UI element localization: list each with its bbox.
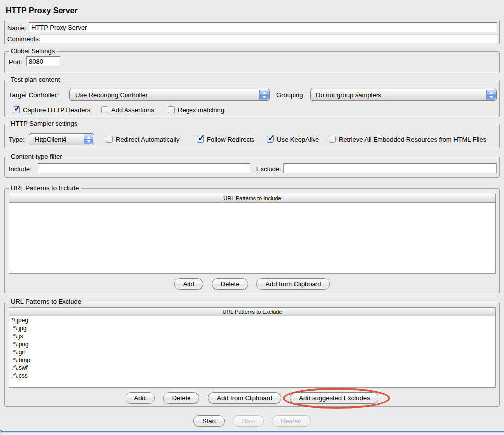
http-sampler-settings-group: HTTP Sampler settings Type: HttpClient4 … bbox=[4, 124, 500, 148]
checkbox-icon[interactable] bbox=[267, 136, 274, 143]
global-settings-legend: Global Settings bbox=[9, 47, 57, 55]
port-label: Port: bbox=[9, 58, 22, 66]
retrieve-embedded-resources-checkbox[interactable]: Retrieve All Embedded Resources from HTM… bbox=[329, 135, 486, 143]
exclude-pattern-row[interactable]: .*\.jpg bbox=[9, 324, 495, 332]
target-controller-select[interactable]: Use Recording Controller bbox=[69, 89, 270, 101]
checkbox-label: Redirect Automatically bbox=[116, 136, 180, 143]
checkbox-icon[interactable] bbox=[13, 106, 20, 113]
checkbox-icon[interactable] bbox=[329, 136, 336, 143]
include-table-header[interactable]: URL Patterns to Include bbox=[9, 194, 495, 203]
http-sampler-settings-legend: HTTP Sampler settings bbox=[9, 120, 79, 127]
capture-http-headers-checkbox[interactable]: Capture HTTP Headers bbox=[13, 106, 90, 114]
include-delete-button[interactable]: Delete bbox=[212, 278, 249, 290]
exclude-filter-label: Exclude: bbox=[256, 165, 281, 173]
url-patterns-exclude-legend: URL Patterns to Exclude bbox=[9, 298, 83, 305]
redirect-automatically-checkbox[interactable]: Redirect Automatically bbox=[106, 135, 180, 143]
checkbox-icon[interactable] bbox=[101, 106, 108, 113]
global-settings-group: Global Settings Port: bbox=[4, 51, 500, 73]
checkbox-icon[interactable] bbox=[168, 106, 175, 113]
exclude-pattern-row[interactable]: .*\.css bbox=[9, 372, 495, 380]
comments-input[interactable] bbox=[40, 34, 497, 43]
name-comments-panel: Name: Comments: bbox=[4, 20, 500, 44]
content-type-filter-legend: Content-type filter bbox=[9, 153, 64, 160]
sampler-type-value: HttpClient4 bbox=[29, 136, 66, 143]
exclude-buttons-row: Add Delete Add from Clipboard Add sugges… bbox=[5, 392, 499, 404]
include-filter-input[interactable] bbox=[38, 163, 250, 173]
exclude-delete-button[interactable]: Delete bbox=[163, 392, 200, 404]
include-table-body[interactable] bbox=[9, 203, 495, 273]
url-patterns-exclude-group: URL Patterns to Exclude URL Patterns to … bbox=[4, 302, 500, 407]
exclude-table-body[interactable]: *\.jpeg .*\.jpg .*\.js .*\.png .*\.gif .… bbox=[9, 316, 495, 387]
port-input[interactable] bbox=[26, 56, 60, 66]
exclude-pattern-row[interactable]: .*\.gif bbox=[9, 348, 495, 356]
type-label: Type: bbox=[9, 136, 25, 143]
add-suggested-excludes-button[interactable]: Add suggested Excludes bbox=[290, 392, 378, 404]
include-buttons-row: Add Delete Add from Clipboard bbox=[5, 278, 499, 290]
grouping-select[interactable]: Do not group samplers bbox=[310, 89, 497, 101]
add-assertions-checkbox[interactable]: Add Assertions bbox=[101, 106, 154, 114]
stepper-icon bbox=[84, 134, 93, 144]
grouping-value: Do not group samplers bbox=[311, 91, 381, 99]
exclude-pattern-row[interactable]: .*\.png bbox=[9, 340, 495, 348]
name-label: Name: bbox=[7, 24, 26, 32]
exclude-patterns-table[interactable]: URL Patterns to Exclude *\.jpeg .*\.jpg … bbox=[9, 307, 496, 388]
exclude-filter-input[interactable] bbox=[283, 163, 497, 173]
regex-matching-checkbox[interactable]: Regex matching bbox=[168, 106, 224, 114]
exclude-pattern-row[interactable]: .*\.swf bbox=[9, 364, 495, 372]
include-patterns-table[interactable]: URL Patterns to Include bbox=[9, 194, 496, 274]
stop-button[interactable]: Stop bbox=[233, 415, 264, 427]
footer-buttons-row: Start Stop Restart bbox=[0, 415, 504, 427]
exclude-add-button[interactable]: Add bbox=[126, 392, 155, 404]
checkbox-label: Capture HTTP Headers bbox=[23, 106, 90, 114]
follow-redirects-checkbox[interactable]: Follow Redirects bbox=[197, 135, 254, 143]
page-title: HTTP Proxy Server bbox=[6, 6, 78, 15]
exclude-table-header[interactable]: URL Patterns to Exclude bbox=[9, 308, 495, 316]
url-patterns-include-group: URL Patterns to Include URL Patterns to … bbox=[4, 188, 500, 294]
stepper-icon bbox=[486, 90, 496, 100]
test-plan-content-group: Test plan content Target Controller: Use… bbox=[4, 80, 500, 117]
exclude-pattern-row[interactable]: *\.jpeg bbox=[9, 316, 495, 324]
checkbox-label: Retrieve All Embedded Resources from HTM… bbox=[339, 136, 486, 143]
restart-button[interactable]: Restart bbox=[272, 415, 311, 427]
checkbox-label: Use KeepAlive bbox=[277, 136, 319, 143]
stepper-icon bbox=[259, 90, 269, 100]
http-proxy-server-panel: HTTP Proxy Server Name: Comments: Global… bbox=[0, 0, 504, 435]
exclude-pattern-row[interactable]: .*\.bmp bbox=[9, 356, 495, 364]
checkbox-icon[interactable] bbox=[106, 136, 113, 143]
include-add-button[interactable]: Add bbox=[174, 278, 203, 290]
name-input[interactable] bbox=[29, 22, 497, 32]
test-plan-content-legend: Test plan content bbox=[9, 76, 62, 83]
include-add-from-clipboard-button[interactable]: Add from Clipboard bbox=[256, 278, 330, 290]
target-controller-value: Use Recording Controller bbox=[70, 91, 148, 99]
use-keepalive-checkbox[interactable]: Use KeepAlive bbox=[267, 135, 319, 143]
checkbox-label: Add Assertions bbox=[111, 106, 154, 114]
include-filter-label: Include: bbox=[9, 165, 32, 173]
start-button[interactable]: Start bbox=[193, 415, 225, 427]
url-patterns-include-legend: URL Patterns to Include bbox=[9, 184, 81, 192]
comments-label: Comments: bbox=[7, 35, 40, 43]
checkbox-label: Follow Redirects bbox=[207, 136, 254, 143]
target-controller-label: Target Controller: bbox=[9, 91, 59, 99]
checkbox-label: Regex matching bbox=[178, 106, 224, 114]
grouping-label: Grouping: bbox=[276, 91, 305, 99]
exclude-pattern-row[interactable]: .*\.js bbox=[9, 332, 495, 340]
sampler-type-select[interactable]: HttpClient4 bbox=[29, 133, 94, 145]
exclude-add-from-clipboard-button[interactable]: Add from Clipboard bbox=[208, 392, 281, 404]
bottom-panel-edge bbox=[1, 431, 504, 435]
content-type-filter-group: Content-type filter Include: Exclude: bbox=[4, 157, 500, 178]
checkbox-icon[interactable] bbox=[197, 136, 204, 143]
